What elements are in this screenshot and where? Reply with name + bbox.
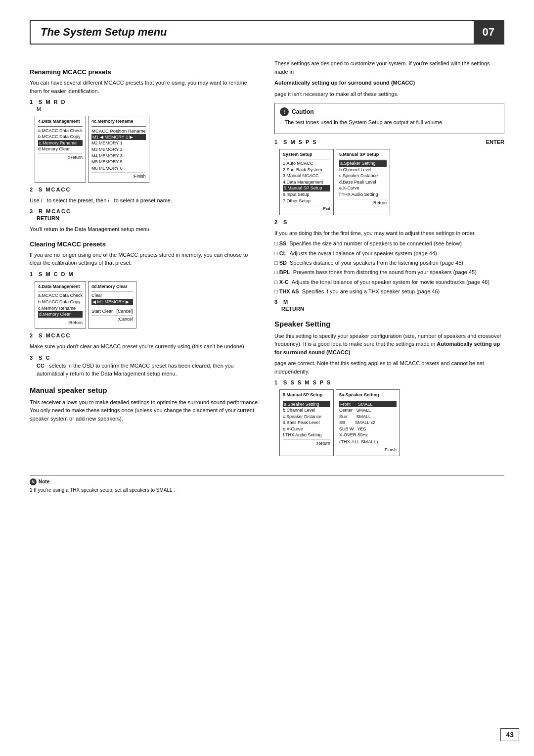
osd-title: 4c.Memory Rename [91,118,146,127]
bullet-sym: □ BPL [274,269,290,276]
step-num: 2 [274,219,279,225]
right-column: These settings are designed to customize… [274,59,504,460]
osd-item: b.MCACC Data Copy [38,134,83,140]
osd-footer: :Finish [91,172,146,180]
clearing-step3-body: CC selects in the OSD to confirm the MCA… [37,362,260,378]
osd-item-m2: M2 MEMORY 1 [91,140,146,146]
step-text: S [283,219,288,225]
main-content: Renaming MCACC presets You can have seve… [30,59,504,460]
osd-clear-label: Clear [91,292,133,299]
osd-item-sb: SB SMALL x2 [339,420,397,426]
right-step2-body: If you are doing this for the first time… [274,229,504,237]
page-header: The System Setup menu 07 [30,20,504,45]
osd-speaker-setting: 5.Manual SP Setup a.Speaker Setting b.Ch… [279,389,504,456]
page-title: The System Setup menu [31,21,474,44]
osd-box-data-management-2: 4.Data Management a.MCACC Data Check b.M… [35,281,86,329]
manual-section-title: Manual speaker setup [30,386,260,394]
caution-title: ! Caution [280,107,499,116]
speaker-body2: page are correct. Note that this setting… [274,359,504,376]
step-num: 1 [30,99,35,105]
osd-item-m5: M5 MEMORY 5 [91,159,146,165]
bullet-thxas: □ THX AS Specifies if you are using a TH… [274,288,504,295]
clearing-section-title: Clearing MCACC presets [30,240,260,248]
osd-item-f: f.THX Audio Setting [339,191,387,198]
speaker-body1: Use this setting to specify your speaker… [274,332,504,357]
osd-box-memory-clear: 4d.Memory Clear Clear ◀ M1 MEMORY ▶ Star… [88,281,136,329]
osd-item-e: e.X-Curve [339,185,387,191]
osd-box-sp-setup: 5.Manual SP Setup a.Speaker Setting b.Ch… [279,389,334,456]
osd-box-system-setup: System Setup 1.Auto MCACC 2.Surr Back Sy… [279,149,334,215]
right-step2: 2 S [274,219,504,225]
step-num: 1 [30,271,35,277]
bullet-text: Specifies distance of your speakers from… [290,259,463,267]
osd-item: a.MCACC Data Check [38,292,83,299]
caution-box: ! Caution □ The test tones used in the S… [274,103,504,134]
osd-label: MCACC Position Rename [91,128,146,134]
osd-item-d: d.Bass Peak Level [283,420,330,426]
osd-item: 6.Input Setup [283,191,330,198]
step-text: S MCACC [39,332,71,338]
caution-icon: ! [280,107,289,116]
osd-item-a: a.Speaker Setting [283,401,330,408]
speaker-step1: 1 S S S M S P S [274,379,504,385]
osd-footer: : Exit [283,205,330,213]
bullet-text: Specifies the size and number of speaker… [289,240,462,247]
step-text: S S S M S P S [283,379,331,385]
renaming-step1: 1 S M R D M [30,99,260,112]
osd-title: 4.Data Management [38,284,83,292]
osd-title: 4d.Memory Clear [91,284,133,292]
bullet-text: Prevents bass tones from distorting the … [293,269,477,276]
osd-item-selected: d.Memory Clear [38,311,83,318]
osd-item-m6: M6 MEMORY 6 [91,165,146,172]
osd-title: 5.Manual SP Setup [339,151,387,160]
osd-item-m4: M4 MEMORY 3 [91,153,146,159]
osd-item-selected: c.Memory Rename [38,140,83,146]
osd-box-data-management: 4.Data Management a.MCACC Data Check b.M… [35,116,86,183]
osd-title: 4.Data Management [38,118,83,127]
right-body2: page it isn't necessary to make all of t… [274,90,504,98]
osd-footer: :Cancel [91,315,133,323]
clearing-step2: 2 S MCACC [30,332,260,338]
osd-item-f: f.THX Audio Setting [283,432,330,438]
osd-item: 1.Auto MCACC [283,160,330,167]
speaker-bold-line: Automatically setting up for surround so… [274,341,500,355]
bullet-bpl: □ BPL Prevents bass tones from distortin… [274,269,504,276]
renaming-step3-body: You'll return to the Data Management set… [30,225,260,234]
note-section: N Note 1 If you're using a THX speaker s… [30,475,504,493]
osd-item-c: c.Speaker Distance [283,414,330,420]
renaming-section-title: Renaming MCACC presets [30,68,260,76]
osd-item-surr: Surr SMALL [339,414,397,420]
note-text: 1 If you're using a THX speaker setup, s… [30,487,504,493]
bullet-sym: □ SS [274,240,286,247]
step-text: S M S P S [283,139,317,145]
clearing-step1: 1 S M C D M [30,271,260,277]
renaming-step2: 2 S MCACC [30,187,260,192]
return-label: RETURN [281,306,504,312]
left-column: Renaming MCACC presets You can have seve… [30,59,260,460]
osd-footer: :Return [38,153,83,161]
osd-item-m1: M1 ◀ MEMORY 1 ▶ [91,134,146,141]
osd-title: System Setup [283,151,330,160]
note-title: Note [39,479,49,484]
osd-item: c.Memory Rename [38,305,83,312]
renaming-step3: 3 R MCACC RETURN [30,208,260,221]
osd-item-front: Front SMALL [339,401,397,408]
osd-footer: :Return [283,439,330,447]
enter-label: ENTER [486,139,504,145]
step-num: 3 [274,299,279,305]
osd-item: 7.Other Setup [283,198,330,204]
osd-memory-rename: 4.Data Management a.MCACC Data Check b.M… [35,116,260,183]
osd-item-xover: X-OVER 80Hz [339,432,397,438]
clearing-step2-body: Make sure you don't clear an MCACC prese… [30,342,260,351]
right-bold-line: Automatically setting up for surround so… [274,79,504,87]
step-num: 3 [30,208,35,214]
osd-item-a: a.Speaker Setting [339,160,387,167]
bullet-sym: □ SD [274,259,287,267]
step-num: 1 [274,379,279,385]
speaker-section-title: Speaker Setting [274,320,504,328]
clearing-step3: 3 S C CC selects in the OSD to confirm t… [30,355,260,378]
osd-item: a.MCACC Data Check [38,128,83,134]
right-step3: 3 M RETURN [274,299,504,312]
osd-item: d.Memory Clear [38,146,83,152]
return-label: RETURN [37,215,260,221]
